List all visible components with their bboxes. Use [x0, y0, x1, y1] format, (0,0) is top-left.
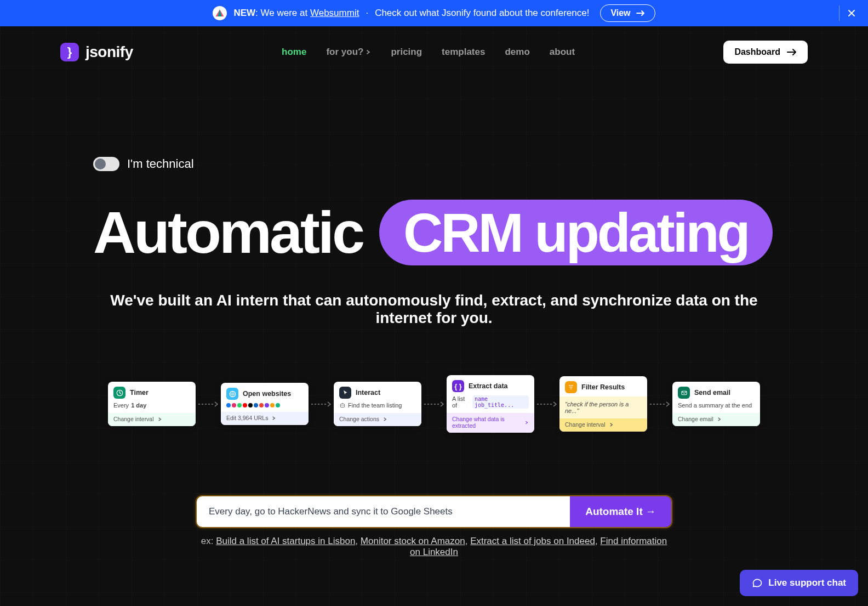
card-timer[interactable]: Timer Every 1 day Change interval	[108, 382, 196, 426]
arrow-right-icon	[636, 10, 645, 16]
svg-point-6	[342, 405, 343, 406]
example-link-2[interactable]: Extract a list of jobs on Indeed	[470, 536, 595, 546]
flow-arrow	[421, 401, 447, 407]
prompt-section: Automate It → ex: Build a list of AI sta…	[196, 495, 672, 558]
globe-icon	[226, 388, 238, 400]
cursor-icon	[339, 387, 351, 399]
card-interact-footer[interactable]: Change actions	[334, 413, 421, 426]
card-open-footer[interactable]: Edit 3,964 URLs	[221, 412, 309, 425]
nav-demo[interactable]: demo	[505, 47, 529, 58]
banner-text-prefix: : We were at	[255, 8, 310, 18]
close-icon	[847, 9, 856, 18]
banner-text-suffix: Check out what Jsonify found about the c…	[375, 8, 589, 19]
card-filter[interactable]: Filter Results "check if the person is a…	[559, 376, 647, 432]
flow-arrow	[534, 401, 559, 407]
logo[interactable]: } jsonify	[60, 43, 133, 61]
nav-templates[interactable]: templates	[442, 47, 485, 58]
example-link-1[interactable]: Monitor stock on Amazon	[361, 536, 465, 546]
banner-link-websummit[interactable]: Websummit	[310, 8, 359, 18]
flow-arrow	[309, 401, 334, 407]
clock-icon	[113, 387, 125, 399]
chevron-right-icon	[157, 417, 162, 422]
announcement-banner: NEW: We were at Websummit · Check out wh…	[0, 0, 868, 26]
card-interact[interactable]: Interact Find the team listing Change ac…	[334, 382, 421, 426]
flow-arrow	[647, 401, 672, 407]
svg-rect-7	[681, 391, 686, 395]
prompt-examples: ex: Build a list of AI startups in Lisbo…	[196, 536, 672, 558]
technical-toggle-label: I'm technical	[127, 157, 194, 171]
logo-mark-icon: }	[60, 43, 79, 61]
primary-nav: home for you? pricing templates demo abo…	[282, 47, 575, 58]
card-extract-footer[interactable]: Change what data is extracted	[447, 413, 534, 433]
workflow-row: Timer Every 1 day Change interval Open w…	[0, 375, 868, 433]
live-support-button[interactable]: Live support chat	[740, 570, 858, 596]
chevron-right-icon	[366, 49, 371, 55]
svg-point-5	[341, 405, 342, 406]
card-extract[interactable]: { } Extract data A list of name job_titl…	[447, 375, 534, 433]
websummit-logo-icon	[213, 6, 227, 20]
main-header: } jsonify home for you? pricing template…	[0, 26, 868, 64]
chevron-right-icon	[524, 420, 529, 425]
chevron-right-icon	[382, 417, 387, 422]
logo-text: jsonify	[85, 43, 133, 61]
robot-icon	[339, 402, 346, 409]
automate-button[interactable]: Automate It →	[570, 496, 671, 527]
hero-subhead: We've built an AI intern that can autono…	[93, 292, 775, 327]
banner-new-badge: NEW	[233, 8, 255, 18]
dashboard-button[interactable]: Dashboard	[723, 41, 808, 64]
nav-pricing[interactable]: pricing	[391, 47, 422, 58]
hero-section: I'm technical Automatic CRM updating We'…	[0, 64, 868, 327]
nav-home[interactable]: home	[282, 47, 306, 58]
automation-prompt-input[interactable]	[197, 496, 570, 527]
banner-separator: ·	[366, 8, 368, 19]
banner-close-button[interactable]	[846, 8, 857, 19]
chevron-right-icon	[609, 422, 614, 427]
chat-icon	[752, 577, 763, 588]
headline-pill: CRM updating	[379, 200, 773, 265]
nav-about[interactable]: about	[550, 47, 575, 58]
svg-rect-4	[340, 404, 344, 407]
card-open-websites[interactable]: Open websites Edit 3,964 URLs	[221, 383, 309, 425]
chevron-right-icon	[717, 417, 722, 422]
chevron-right-icon	[271, 416, 276, 421]
nav-for-you[interactable]: for you?	[326, 47, 371, 58]
mail-icon	[678, 387, 690, 399]
braces-icon: { }	[452, 380, 464, 392]
card-filter-footer[interactable]: Change interval	[559, 418, 647, 432]
technical-toggle[interactable]	[93, 157, 119, 171]
arrow-right-icon	[787, 48, 797, 56]
banner-divider	[839, 5, 840, 21]
headline-static: Automatic	[93, 203, 363, 262]
card-email[interactable]: Send email Send a summary at the end Cha…	[672, 382, 760, 426]
card-timer-footer[interactable]: Change interval	[108, 413, 196, 426]
flow-arrow	[196, 401, 221, 407]
card-email-footer[interactable]: Change email	[672, 413, 760, 426]
filter-icon	[565, 381, 577, 393]
banner-view-button[interactable]: View	[600, 4, 655, 22]
card-open-body-icons	[221, 403, 309, 412]
example-link-0[interactable]: Build a list of AI startups in Lisbon	[216, 536, 355, 546]
